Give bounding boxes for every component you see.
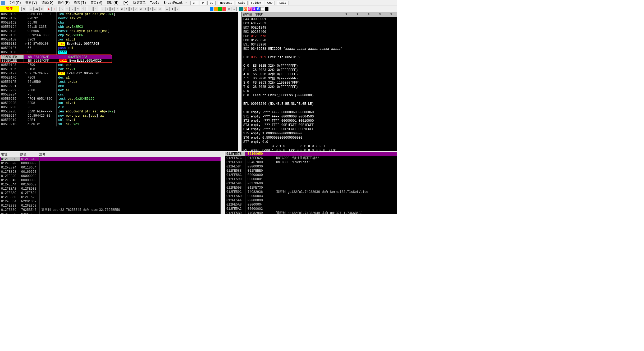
toolbar-letter-button[interactable]: t — [115, 7, 119, 11]
disasm-row[interactable]: 005E01F5 D1C8ror eax,1 — [0, 67, 241, 71]
disasm-row[interactable]: 005E01E0 32C3xor al,bl — [0, 38, 241, 42]
stack-row[interactable]: 012FE580004F70B0UNICODE "EverEdit" — [225, 160, 397, 165]
cjk-box-1[interactable] — [239, 7, 243, 11]
menu-button[interactable]: Calc — [236, 1, 248, 5]
disasm-row[interactable]: 005E01C9 8DB6 FFFFFFFFlea esi,dword ptr … — [0, 12, 241, 16]
toolbar-letter-button[interactable]: w — [120, 7, 124, 11]
toolbar-letter-button[interactable]: c — [129, 7, 134, 11]
register-line[interactable]: FST 4000 Cond 1 0 0 0 Err 0 0 0 0 0 0 0 … — [242, 148, 397, 151]
stack-row[interactable]: 012FE588012FEEE0 — [225, 169, 397, 173]
scrollbar[interactable] — [238, 12, 241, 151]
disassembly-pane[interactable]: 005E01C9 8DB6 FFFFFFFFlea esi,dword ptr … — [0, 12, 242, 151]
menu-button[interactable]: Folder — [249, 1, 264, 5]
registers-pane[interactable]: 寄存器 (FPU) < < < < < EAX 00000001ECX F3EF… — [242, 12, 397, 151]
disasm-row[interactable]: 005E0219 D2E4shl ah,cl — [0, 118, 241, 122]
register-line[interactable]: EBX 00280400 — [242, 30, 397, 34]
toolbar-pause-icon[interactable]: ⏸ — [52, 7, 57, 11]
toolbar-letter-button[interactable]: h — [125, 7, 129, 11]
toolbar-letter-button[interactable]: k — [139, 7, 143, 11]
toolbar-letter-button[interactable]: b — [144, 7, 148, 11]
register-line[interactable]: ESP 012FE578 — [242, 34, 397, 38]
disasm-row[interactable]: 005E01E8 C3retn — [0, 50, 241, 54]
stack-row[interactable]: 012FE5940337DF00 — [225, 181, 397, 186]
chevron-left-icon[interactable]: < — [379, 12, 381, 16]
toolbar-trace-icon[interactable]: ⤳ — [75, 7, 80, 11]
dump-row[interactable]: 012FE8B0012FF528 — [0, 195, 224, 199]
color-box-green[interactable] — [218, 7, 222, 11]
disasm-row[interactable]: 005E01EE E8 3201FCFFcall EverEdit.005A03… — [0, 59, 112, 63]
register-line[interactable] — [242, 60, 397, 64]
register-line[interactable]: 3 2 1 0 E S P U O Z D I — [242, 144, 397, 148]
dump-row[interactable]: 012FE8A400160650 — [0, 183, 224, 187]
stack-row[interactable]: 012FE5A000000003 — [225, 194, 397, 198]
register-line[interactable]: ST5 empty 1.0000000000000000000 — [242, 131, 397, 136]
disasm-row[interactable]: 005E0202 F6D0not al — [0, 88, 241, 93]
dump-row[interactable]: 012FE8A000000000 — [0, 178, 224, 183]
register-line[interactable]: P 1 CS 0023 32位 0(FFFFFFFF) — [242, 68, 397, 72]
stack-row[interactable]: 012FE57800160650 — [225, 152, 397, 156]
stack-row[interactable]: 012FE598012FE730 — [225, 186, 397, 190]
stack-row[interactable]: 012FE57C012FE62CUNICODE "该注册码不正确!" — [225, 156, 397, 160]
cjk-box-2[interactable]: 吾 — [244, 7, 247, 11]
register-line[interactable] — [242, 51, 397, 55]
disasm-row[interactable]: 005E0204 F5cmc — [0, 93, 241, 97]
chevron-left-icon[interactable]: < — [345, 12, 347, 16]
register-line[interactable]: Z 1 DS 002B 32位 0(FFFFFFFF) — [242, 76, 397, 81]
toolbar-letter-button[interactable]: P — [134, 7, 138, 11]
toolbar-stepout-icon[interactable]: ↗ — [70, 7, 75, 11]
register-line[interactable]: O 0 LastErr ERROR_SUCCESS (00000000) — [242, 93, 397, 98]
disasm-row[interactable]: 005E01FE 66:85D9test cx,bx — [0, 80, 241, 84]
toolbar-letter-button[interactable]: r — [148, 7, 153, 11]
toolbar-goto-icon[interactable]: → — [88, 7, 93, 11]
register-line[interactable]: ESI 0342B980 — [242, 43, 397, 47]
stack-row[interactable]: 012FE5B074C82949返回到 gdi32ful.74C82949 来自… — [225, 211, 397, 214]
toolbar-letter-button[interactable]: l — [101, 7, 105, 11]
cjk-box-6[interactable] — [261, 7, 264, 11]
menu-item[interactable]: 查看(V) — [23, 1, 40, 5]
register-line[interactable]: EAX 00000001 — [242, 17, 397, 21]
cjk-box-5[interactable]: 解 — [256, 7, 260, 11]
toolbar-stepover-icon[interactable]: ↷ — [65, 7, 70, 11]
color-box-orange[interactable] — [214, 7, 218, 11]
disasm-row[interactable]: 005E020B 32D8xor bl,al — [0, 101, 241, 105]
dump-row[interactable]: 012FE8B4F2C01DDF — [0, 199, 224, 204]
disasm-row[interactable]: 005E01E2vE9 87A50100jmp EverEdit.005FA76… — [0, 42, 241, 46]
register-line[interactable]: EDI 03435588 UNICODE "aaaaa-aaaaa-aaaaa-… — [242, 47, 397, 51]
register-line[interactable]: ST1 empty -??? FFFF 00000000 00604500 — [242, 115, 397, 119]
register-line[interactable]: ST7 empty 0.0 — [242, 140, 397, 144]
menu-item[interactable]: 文件(F) — [7, 1, 23, 5]
toolbar-grid-icon[interactable]: ▦ — [170, 7, 175, 11]
register-line[interactable]: ST4 empty -??? FFFF 00E1FCFF 00E1FCFF — [242, 127, 397, 131]
disasm-row[interactable]: 005E0214 66:894425 00mov word ptr ss:[eb… — [0, 114, 241, 118]
stack-row[interactable]: 012FE5AC00000002 — [225, 207, 397, 211]
register-line[interactable]: ST2 empty -??? FFFF 00000001 00010000 — [242, 119, 397, 123]
menu-item[interactable]: 插件(P) — [56, 1, 72, 5]
disasm-row[interactable]: 005E020E 8DAD FEFFFFFFlea ebp,dword ptr … — [0, 110, 241, 114]
toolbar-rewind-icon[interactable]: ⏮ — [29, 7, 34, 11]
toolbar-back-icon[interactable]: ◀◀ — [34, 7, 39, 11]
register-line[interactable]: D 0 — [242, 89, 397, 93]
disasm-row[interactable]: 005E01F7^E9 2F7CFBFFjmp EverEdit.00597E2… — [0, 71, 241, 76]
toolbar-target-icon[interactable]: ◎ — [227, 7, 231, 11]
disasm-row[interactable]: 005E020D F8clc — [0, 105, 241, 110]
register-line[interactable] — [242, 98, 397, 102]
disasm-row[interactable]: 005E01D2 66:98cbw — [0, 21, 241, 25]
menu-item[interactable]: 帮助(H) — [105, 1, 121, 5]
dump-row[interactable]: 012FE8C003A577E0 — [0, 212, 224, 214]
register-line[interactable]: EFL 00000246 (NO,NB,E,BE,NS,PE,GE,LE) — [242, 102, 397, 106]
menu-button[interactable]: CMD — [265, 1, 275, 5]
stack-row[interactable]: 012FE59000000001 — [225, 177, 397, 181]
toolbar-till-icon[interactable]: →| — [81, 7, 85, 11]
disasm-row[interactable]: 005E01E7 57push edi — [0, 46, 241, 50]
disasm-row[interactable]: 005E0201 F5cmc — [0, 84, 241, 88]
dump-row[interactable]: 012FE89C00000000 — [0, 174, 224, 178]
register-line[interactable]: ECX F3EFF553 — [242, 21, 397, 26]
register-line[interactable]: S 0 FS 0053 32位 1199000(FFF) — [242, 81, 397, 85]
toolbar-letter-button[interactable]: m — [110, 7, 115, 11]
disasm-row[interactable]: 005E01F3 F7D0not eax — [0, 63, 241, 67]
disasm-row[interactable]: 005E01CF 0FB7C1movzx eax,cx — [0, 16, 241, 21]
menu-item[interactable]: 选项(T) — [72, 1, 88, 5]
disasm-row[interactable]: 005E01D4 66:1D C33Esbb ax,0x3EC3 — [0, 25, 241, 29]
toolbar-stepinto-icon[interactable]: ↘ — [60, 7, 64, 11]
dump-row[interactable]: 012FE8BC7625BE45返回到 user32.7625BE45 来自 u… — [0, 208, 224, 212]
